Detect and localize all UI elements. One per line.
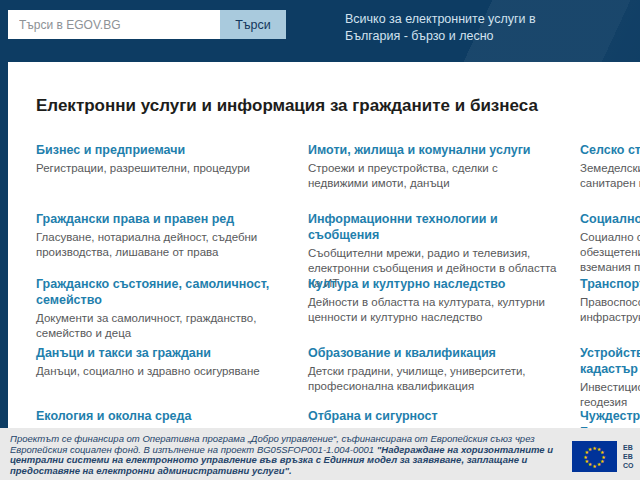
category-item: Селско стопан Земеделски де санитарен ко… xyxy=(580,142,640,211)
svg-text:★: ★ xyxy=(597,461,602,467)
footer-funding-text: Проектът се финансира от Оперативна прог… xyxy=(0,428,566,480)
category-link-culture[interactable]: Култура и културно наследство xyxy=(308,276,560,292)
category-link-foreigners[interactable]: Чуждестранн България xyxy=(580,408,640,428)
category-description: Земеделски де санитарен кон xyxy=(580,161,640,191)
category-link-property[interactable]: Имоти, жилища и комунални услуги xyxy=(308,142,560,158)
category-link-civil-rights[interactable]: Граждански права и правен ред xyxy=(36,211,288,227)
category-description: Строежи и преустройства, сделки с недвиж… xyxy=(308,161,560,191)
category-item: Информационни технологии и съобщения Съо… xyxy=(308,211,560,276)
search-bar: Търси xyxy=(8,10,286,39)
category-description: Регистрации, разрешителни, процедури xyxy=(36,161,288,176)
category-item: Транспорт и Правоспособ инфраструкту xyxy=(580,276,640,345)
category-link-business[interactable]: Бизнес и предприемачи xyxy=(36,142,288,158)
category-item: Чуждестранн България xyxy=(580,408,640,428)
page-title: Електронни услуги и информация за гражда… xyxy=(8,62,640,117)
category-item: Социално оси Социално осиг обезщетения в… xyxy=(580,211,640,276)
category-link-defense[interactable]: Отбрана и сигурност xyxy=(308,408,560,424)
search-button[interactable]: Търси xyxy=(220,10,286,39)
category-item: Граждански права и правен ред Гласуване,… xyxy=(36,211,288,276)
category-link-taxes[interactable]: Данъци и такси за граждани xyxy=(36,345,288,361)
category-link-education[interactable]: Образование и квалификация xyxy=(308,345,560,361)
eu-fund-label: ЕВ ЕВ СО xyxy=(623,441,633,480)
eu-funding-block: ★ ★ ★ ★ ★ ★ ★ ★ ★ ★ ★ ★ ЕВ ЕВ СО xyxy=(572,441,633,480)
category-link-civil-status[interactable]: Гражданско състояние, самоличност, семей… xyxy=(36,276,288,308)
category-link-ecology[interactable]: Екология и околна среда xyxy=(36,408,288,424)
category-link-it[interactable]: Информационни технологии и съобщения xyxy=(308,211,560,243)
category-link-social-security[interactable]: Социално оси xyxy=(580,211,640,227)
category-item: Отбрана и сигурност НАТО xyxy=(308,408,560,428)
category-item: Имоти, жилища и комунални услуги Строежи… xyxy=(308,142,560,211)
category-description: Инвестицион геодезия xyxy=(580,380,640,410)
svg-text:★: ★ xyxy=(592,463,597,469)
top-bar: Търси Всичко за електронните услуги в Бъ… xyxy=(0,0,640,62)
category-link-agriculture[interactable]: Селско стопан xyxy=(580,142,640,158)
category-description: Данъци, социално и здравно осигуряване xyxy=(36,364,288,379)
eu-flag-icon: ★ ★ ★ ★ ★ ★ ★ ★ ★ ★ ★ ★ xyxy=(572,441,617,472)
search-input[interactable] xyxy=(8,10,220,39)
category-link-cadastre[interactable]: Устройство н кадастър xyxy=(580,345,640,377)
category-description: Социално осиг обезщетения вземания при xyxy=(580,230,640,275)
category-item: Култура и културно наследство Дейности в… xyxy=(308,276,560,345)
category-column-2: Имоти, жилища и комунални услуги Строежи… xyxy=(308,142,560,428)
header-tagline: Всичко за електронните услуги в България… xyxy=(345,11,555,45)
category-link-transport[interactable]: Транспорт и xyxy=(580,276,640,292)
category-item: Гражданско състояние, самоличност, семей… xyxy=(36,276,288,345)
main-card: Електронни услуги и информация за гражда… xyxy=(8,62,640,428)
category-description: Гласуване, нотариална дейност, съдебни п… xyxy=(36,230,288,260)
category-description: Дейности в областта на културата, култур… xyxy=(308,295,560,325)
category-item: Бизнес и предприемачи Регистрации, разре… xyxy=(36,142,288,211)
category-item: Екология и околна среда xyxy=(36,408,288,428)
category-item: Данъци и такси за граждани Данъци, социа… xyxy=(36,345,288,408)
category-item: Образование и квалификация Детски градин… xyxy=(308,345,560,408)
footer: Проектът се финансира от Оперативна прог… xyxy=(0,428,640,480)
category-description: Детски градини, училище, университети, п… xyxy=(308,364,560,394)
category-column-1: Бизнес и предприемачи Регистрации, разре… xyxy=(36,142,288,428)
category-item: Устройство н кадастър Инвестицион геодез… xyxy=(580,345,640,408)
category-grid: Бизнес и предприемачи Регистрации, разре… xyxy=(8,142,640,428)
category-description: Правоспособ инфраструкту xyxy=(580,295,640,325)
category-description: Документи за самоличност, гражданство, с… xyxy=(36,311,288,341)
svg-text:★: ★ xyxy=(588,446,593,452)
category-column-3: Селско стопан Земеделски де санитарен ко… xyxy=(580,142,640,428)
